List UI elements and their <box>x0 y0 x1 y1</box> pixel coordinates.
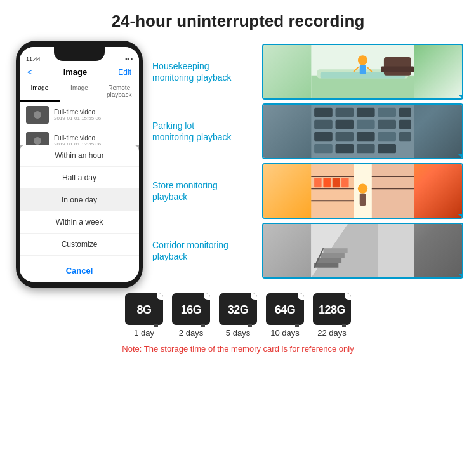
monitor-row-3: Store monitoringplayback <box>152 163 463 219</box>
monitor-photo-store <box>262 163 463 219</box>
svg-rect-43 <box>360 194 366 206</box>
dropdown-item-one-day[interactable]: In one day <box>20 189 139 211</box>
storage-card-128g: 128G 22 days <box>313 293 351 338</box>
svg-rect-25 <box>399 132 411 141</box>
tab-remote[interactable]: Remote playback <box>99 81 139 102</box>
storage-days-32g: 5 days <box>226 328 250 338</box>
main-content: 11:44 ▪▪ ▪ < Image Edit Image Image Remo… <box>0 41 476 288</box>
svg-rect-20 <box>399 120 411 129</box>
sd-label-16g: 16G <box>181 303 202 317</box>
svg-rect-27 <box>336 144 354 153</box>
phone-icons: ▪▪ ▪ <box>125 56 133 62</box>
dropdown-item-half-day[interactable]: Half a day <box>20 167 139 189</box>
sd-label-128g: 128G <box>319 303 345 317</box>
nav-title: Image <box>63 67 88 77</box>
storage-card-32g: 32G 5 days <box>219 293 257 338</box>
monitor-label-housekeeping: Housekeepingmonitoring playback <box>152 60 257 83</box>
monitor-label-parking: Parking lotmonitoring playback <box>152 120 257 143</box>
svg-point-42 <box>358 184 367 194</box>
sd-card-64g: 64G <box>266 293 304 325</box>
storage-cards: 8G 1 day 16G 2 days 32G 5 days 64G 10 da… <box>125 293 351 338</box>
svg-rect-39 <box>323 178 330 187</box>
svg-rect-49 <box>321 253 345 258</box>
svg-rect-24 <box>378 132 396 141</box>
svg-rect-17 <box>336 120 354 129</box>
storage-note: Note: The storage time of the memory car… <box>122 344 354 354</box>
sd-card-16g: 16G <box>172 293 210 325</box>
page-title: 24-hour uninterrupted recording <box>0 11 476 31</box>
monitor-row-2: Parking lotmonitoring playback <box>152 103 463 159</box>
video-date: 2019-01-01 15:55:06 <box>54 116 133 121</box>
sd-label-8g: 8G <box>136 303 151 317</box>
sd-notch <box>345 293 351 300</box>
svg-rect-5 <box>360 65 366 74</box>
photo-arrow-1 <box>458 95 463 100</box>
sd-label-32g: 32G <box>228 303 249 317</box>
svg-rect-31 <box>311 164 354 218</box>
tab-image[interactable]: Image <box>20 81 60 102</box>
svg-rect-38 <box>314 178 321 187</box>
svg-rect-28 <box>357 144 375 153</box>
photo-playroom-image <box>263 45 462 98</box>
svg-rect-11 <box>314 108 333 117</box>
tab-image2[interactable]: Image <box>60 81 100 102</box>
video-title: Full-time video <box>54 135 133 142</box>
phone-nav-bar: < Image Edit <box>20 63 139 81</box>
storage-card-16g: 16G 2 days <box>172 293 210 338</box>
dropdown-item-within-hour[interactable]: Within an hour <box>20 145 139 167</box>
sd-notch <box>204 293 210 300</box>
svg-rect-40 <box>333 178 340 187</box>
svg-rect-15 <box>399 108 411 117</box>
monitor-label-corridor: Corridor monitoringplayback <box>152 239 257 262</box>
svg-rect-51 <box>314 263 338 268</box>
storage-card-8g: 8G 1 day <box>125 293 163 338</box>
dropdown-item-within-week[interactable]: Within a week <box>20 211 139 234</box>
monitor-row-4: Corridor monitoringplayback <box>152 223 463 279</box>
svg-rect-9 <box>381 66 414 72</box>
phone-outer: 11:44 ▪▪ ▪ < Image Edit Image Image Remo… <box>16 41 143 288</box>
dropdown-cancel[interactable]: Cancel <box>20 260 139 282</box>
dropdown-menu: Within an hour Half a day In one day Wit… <box>20 145 139 282</box>
svg-rect-21 <box>314 132 333 141</box>
sd-notch <box>251 293 257 300</box>
monitor-photo-parking <box>262 103 463 159</box>
video-info: Full-time video 2019-01-01 15:55:06 <box>54 109 133 121</box>
phone-notch <box>54 47 105 61</box>
storage-card-64g: 64G 10 days <box>266 293 304 338</box>
svg-rect-13 <box>357 108 375 117</box>
svg-rect-18 <box>357 120 375 129</box>
right-panel: Housekeepingmonitoring playback <box>152 41 463 288</box>
svg-rect-50 <box>317 258 341 263</box>
svg-rect-16 <box>314 120 333 129</box>
svg-marker-47 <box>378 224 414 277</box>
svg-rect-12 <box>336 108 354 117</box>
sd-card-8g: 8G <box>125 293 163 325</box>
storage-days-8g: 1 day <box>134 328 154 338</box>
dropdown-overlay: Within an hour Half a day In one day Wit… <box>20 145 139 282</box>
phone-tabs: Image Image Remote playback <box>20 81 139 102</box>
dropdown-item-customize[interactable]: Customize <box>20 234 139 256</box>
sd-notch <box>298 293 304 300</box>
sd-card-128g: 128G <box>313 293 351 325</box>
photo-arrow-4 <box>458 274 463 279</box>
storage-days-128g: 22 days <box>317 328 347 338</box>
monitor-row-1: Housekeepingmonitoring playback <box>152 44 463 100</box>
svg-rect-41 <box>341 178 348 187</box>
svg-rect-19 <box>378 120 396 129</box>
nav-edit[interactable]: Edit <box>118 68 131 77</box>
list-item[interactable]: Full-time video 2019-01-01 15:55:06 <box>20 102 139 128</box>
photo-parking-image <box>263 105 462 158</box>
photo-arrow-2 <box>458 154 463 159</box>
svg-rect-23 <box>357 132 375 141</box>
photo-corridor-image <box>263 224 462 277</box>
video-title: Full-time video <box>54 109 133 116</box>
photo-arrow-3 <box>458 214 463 219</box>
monitor-photo-housekeeping <box>262 44 463 100</box>
svg-rect-8 <box>384 57 411 76</box>
video-thumb <box>26 106 49 124</box>
svg-rect-22 <box>336 132 354 141</box>
nav-back[interactable]: < <box>27 67 32 77</box>
svg-rect-1 <box>311 76 414 98</box>
sd-card-32g: 32G <box>219 293 257 325</box>
phone-time: 11:44 <box>26 56 41 62</box>
